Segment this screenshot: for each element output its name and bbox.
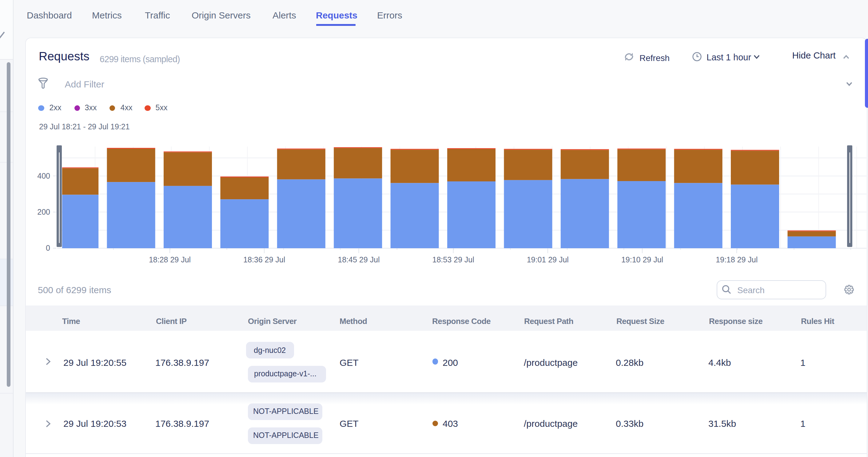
svg-text:19:01 29 Jul: 19:01 29 Jul bbox=[527, 255, 569, 264]
svg-text:18:36 29 Jul: 18:36 29 Jul bbox=[243, 255, 285, 264]
svg-text:19:18 29 Jul: 19:18 29 Jul bbox=[716, 255, 757, 264]
svg-text:400: 400 bbox=[37, 172, 50, 180]
svg-text:200: 200 bbox=[37, 207, 50, 216]
svg-text:0: 0 bbox=[46, 244, 50, 252]
svg-text:18:28 29 Jul: 18:28 29 Jul bbox=[149, 255, 191, 264]
svg-text:18:45 29 Jul: 18:45 29 Jul bbox=[338, 255, 379, 264]
svg-text:18:53 29 Jul: 18:53 29 Jul bbox=[432, 255, 474, 264]
svg-text:19:10 29 Jul: 19:10 29 Jul bbox=[621, 255, 663, 264]
